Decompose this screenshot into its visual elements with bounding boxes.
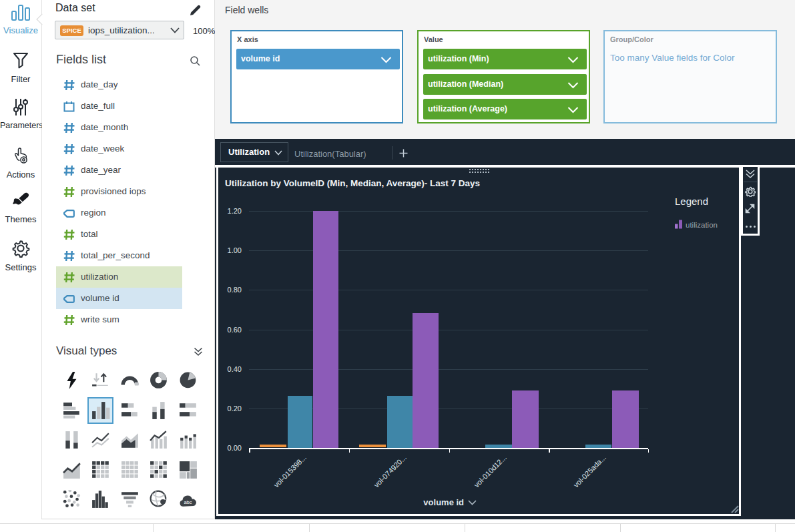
svg-text:abc: abc (184, 499, 192, 505)
